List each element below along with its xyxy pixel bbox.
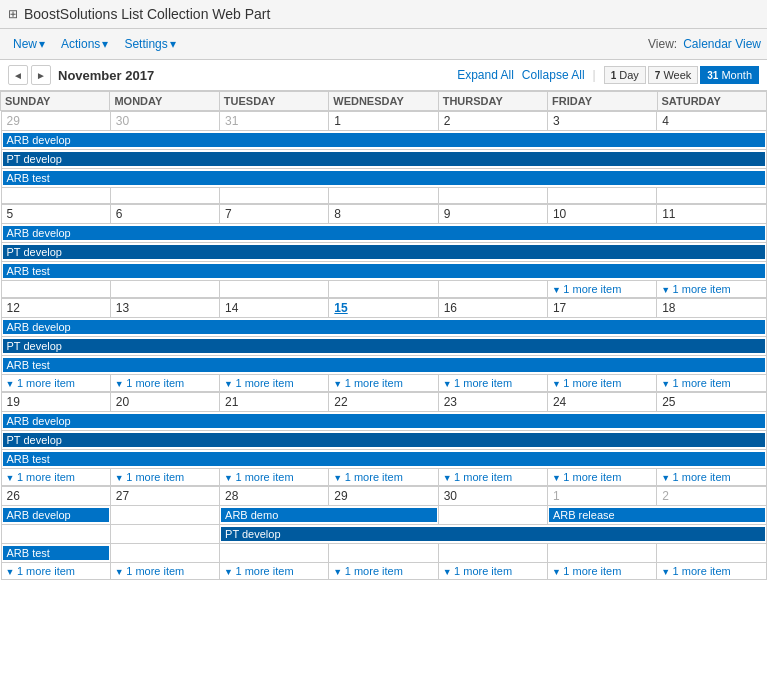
more-link-23[interactable]: 1 more item [440, 470, 546, 484]
day-nov1: 1 [329, 112, 438, 131]
more-link-22[interactable]: 1 more item [330, 470, 436, 484]
week-row-3: 12 13 14 15 16 17 18 ARB develop [1, 298, 767, 392]
event-arb-test-3[interactable]: ARB test [3, 358, 765, 372]
more-link-19[interactable]: 1 more item [3, 470, 109, 484]
arb-develop-bar-cell3: ARB develop [1, 318, 766, 337]
event-arb-test-26[interactable]: ARB test [3, 546, 109, 560]
day-13: 13 [110, 299, 219, 318]
event-arb-develop-2[interactable]: ARB develop [3, 226, 765, 240]
event-pt-develop-5[interactable]: PT develop [221, 527, 764, 541]
more-dec1[interactable]: 1 more item [547, 563, 656, 580]
calendar-header-row: SUNDAY MONDAY TUESDAY WEDNESDAY THURSDAY… [1, 92, 767, 111]
event-pt-develop-2[interactable]: PT develop [3, 245, 765, 259]
more-link-11[interactable]: 1 more item [658, 282, 764, 296]
more-19[interactable]: 1 more item [1, 469, 110, 486]
day-number: 30 [441, 488, 460, 504]
event-pt-develop-3[interactable]: PT develop [3, 339, 765, 353]
more-17[interactable]: 1 more item [547, 375, 656, 392]
pt-develop-bar-cell: PT develop [1, 150, 766, 169]
more-link-21[interactable]: 1 more item [221, 470, 327, 484]
event-arb-test-2[interactable]: ARB test [3, 264, 765, 278]
more-22[interactable]: 1 more item [329, 469, 438, 486]
event-pt-develop-4[interactable]: PT develop [3, 433, 765, 447]
settings-button[interactable]: Settings ▾ [117, 33, 182, 55]
more-link-17[interactable]: 1 more item [549, 376, 655, 390]
next-month-button[interactable]: ► [31, 65, 51, 85]
more-link-16[interactable]: 1 more item [440, 376, 546, 390]
day-number: 9 [441, 206, 454, 222]
arb-test-bar-cell2: ARB test [1, 262, 766, 281]
more-11[interactable]: 1 more item [657, 281, 766, 298]
more-link-14[interactable]: 1 more item [221, 376, 327, 390]
collapse-all-link[interactable]: Collapse All [522, 68, 585, 82]
more-dec2[interactable]: 1 more item [657, 563, 766, 580]
more-21[interactable]: 1 more item [220, 469, 329, 486]
more-link-10[interactable]: 1 more item [549, 282, 655, 296]
more-link-dec1[interactable]: 1 more item [549, 564, 655, 578]
day-7: 7 [220, 205, 329, 224]
more-link-13[interactable]: 1 more item [112, 376, 218, 390]
empty1 [1, 188, 110, 204]
arb-test-bar-cell4: ARB test [1, 450, 766, 469]
view-label: View: [648, 37, 677, 51]
more-15[interactable]: 1 more item [329, 375, 438, 392]
week-view-button[interactable]: 7 Week [648, 66, 698, 84]
more-link-15[interactable]: 1 more item [330, 376, 436, 390]
app-icon: ⊞ [8, 7, 18, 21]
actions-button[interactable]: Actions ▾ [54, 33, 115, 55]
event-arb-test[interactable]: ARB test [3, 171, 765, 185]
more-27[interactable]: 1 more item [110, 563, 219, 580]
more-30[interactable]: 1 more item [438, 563, 547, 580]
more-24[interactable]: 1 more item [547, 469, 656, 486]
more-10[interactable]: 1 more item [547, 281, 656, 298]
more-link-18[interactable]: 1 more item [658, 376, 764, 390]
more-25[interactable]: 1 more item [657, 469, 766, 486]
more-link-24[interactable]: 1 more item [549, 470, 655, 484]
more-6 [110, 281, 219, 298]
day-number: 23 [441, 394, 460, 410]
more-link-25[interactable]: 1 more item [658, 470, 764, 484]
day-view-button[interactable]: 1 Day [604, 66, 646, 84]
day-25: 25 [657, 393, 766, 412]
week4-event-arb-develop: ARB develop [1, 412, 766, 431]
new-button[interactable]: New ▾ [6, 33, 52, 55]
arb-test-bar-cell3: ARB test [1, 356, 766, 375]
event-arb-test-4[interactable]: ARB test [3, 452, 765, 466]
more-link-28[interactable]: 1 more item [221, 564, 327, 578]
week5-event-row1: ARB develop ARB demo ARB release [1, 506, 766, 525]
more-16[interactable]: 1 more item [438, 375, 547, 392]
event-pt-develop[interactable]: PT develop [3, 152, 765, 166]
more-link-27[interactable]: 1 more item [112, 564, 218, 578]
event-arb-develop-3[interactable]: ARB develop [3, 320, 765, 334]
more-12[interactable]: 1 more item [1, 375, 110, 392]
more-link-29[interactable]: 1 more item [330, 564, 436, 578]
more-26[interactable]: 1 more item [1, 563, 110, 580]
event-arb-develop-26[interactable]: ARB develop [3, 508, 109, 522]
day-18: 18 [657, 299, 766, 318]
month-view-button[interactable]: 31 Month [700, 66, 759, 84]
event-arb-demo[interactable]: ARB demo [221, 508, 437, 522]
day-number: 24 [550, 394, 569, 410]
event-arb-release[interactable]: ARB release [549, 508, 765, 522]
more-28[interactable]: 1 more item [220, 563, 329, 580]
more-23[interactable]: 1 more item [438, 469, 547, 486]
more-link-dec2[interactable]: 1 more item [658, 564, 764, 578]
more-14[interactable]: 1 more item [220, 375, 329, 392]
calendar-nav: ◄ ► November 2017 Expand All Collapse Al… [0, 60, 767, 91]
more-link-20[interactable]: 1 more item [112, 470, 218, 484]
more-20[interactable]: 1 more item [110, 469, 219, 486]
more-13[interactable]: 1 more item [110, 375, 219, 392]
event-arb-develop[interactable]: ARB develop [3, 133, 765, 147]
event-arb-develop-4[interactable]: ARB develop [3, 414, 765, 428]
more-link-26[interactable]: 1 more item [3, 564, 109, 578]
expand-all-link[interactable]: Expand All [457, 68, 514, 82]
more-link-12[interactable]: 1 more item [3, 376, 109, 390]
app-title: BoostSolutions List Collection Web Part [24, 6, 270, 22]
day-number: 29 [4, 113, 23, 129]
week3-events-cell: 12 13 14 15 16 17 18 ARB develop [1, 298, 767, 392]
more-link-30[interactable]: 1 more item [440, 564, 546, 578]
prev-month-button[interactable]: ◄ [8, 65, 28, 85]
more-18[interactable]: 1 more item [657, 375, 766, 392]
more-29[interactable]: 1 more item [329, 563, 438, 580]
day-19: 19 [1, 393, 110, 412]
